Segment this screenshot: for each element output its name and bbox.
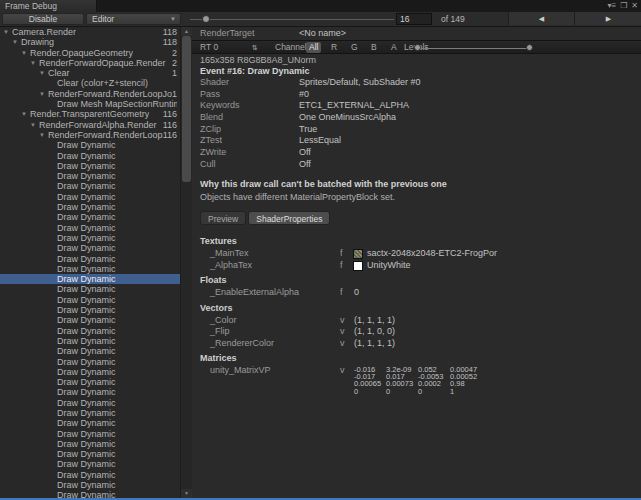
tree-item[interactable]: Draw Dynamic	[0, 398, 180, 408]
indent-spacer	[47, 295, 57, 305]
tree-item[interactable]: Draw Dynamic	[0, 470, 180, 480]
pane-menu-icon[interactable]: ▾≡	[607, 1, 616, 11]
tree-item[interactable]: Draw Dynamic	[0, 295, 180, 305]
frame-slider-handle[interactable]	[202, 15, 210, 23]
tree-item[interactable]: ▼Drawing118	[0, 37, 180, 47]
tree-item[interactable]: Draw Dynamic	[0, 480, 180, 490]
tree-item[interactable]: Draw Dynamic	[0, 357, 180, 367]
tree-item[interactable]: Draw Dynamic	[0, 408, 180, 418]
tree-item[interactable]: Draw Dynamic	[0, 161, 180, 171]
expand-arrow-icon[interactable]: ▼	[38, 89, 48, 99]
expand-arrow-icon[interactable]: ▼	[20, 48, 30, 58]
tree-item[interactable]: Draw Dynamic	[0, 151, 180, 161]
indent-spacer	[47, 408, 57, 418]
close-icon[interactable]: ✕	[631, 1, 638, 11]
tree-item[interactable]: ▼RenderForwardAlpha.Render116	[0, 120, 180, 130]
tree-item-label: Draw Dynamic	[57, 398, 116, 408]
tree-item[interactable]: Draw Dynamic	[0, 305, 180, 315]
levels-max-handle[interactable]	[526, 44, 533, 51]
window-tab[interactable]: Frame Debug	[0, 0, 97, 12]
target-dropdown[interactable]: Editor ▼	[86, 13, 181, 25]
levels-min-handle[interactable]	[414, 44, 421, 51]
scrollbar-thumb[interactable]	[182, 36, 191, 182]
channel-button-g[interactable]: G	[348, 42, 361, 53]
tree-item-label: Draw Dynamic	[57, 192, 116, 202]
tree-item[interactable]: Draw Dynamic	[0, 418, 180, 428]
property-name: _MainTex	[210, 248, 249, 260]
expand-arrow-icon[interactable]: ▼	[38, 130, 48, 140]
tree-item[interactable]: Draw Dynamic	[0, 439, 180, 449]
tree-item[interactable]: Draw Dynamic	[0, 140, 180, 150]
tab-shaderproperties[interactable]: ShaderProperties	[248, 211, 330, 225]
expand-arrow-icon[interactable]: ▼	[2, 27, 12, 37]
shader-properties: Textures_MainTexfsactx-2048x2048-ETC2-Fr…	[192, 232, 641, 395]
tree-item[interactable]: Draw Dynamic	[0, 326, 180, 336]
tree-item[interactable]: Draw Dynamic	[0, 233, 180, 243]
tab-preview[interactable]: Preview	[200, 211, 246, 225]
expand-arrow-icon[interactable]: ▼	[20, 109, 30, 119]
tree-item[interactable]: ▼Render.OpaqueGeometry2	[0, 48, 180, 58]
disable-button[interactable]: Disable	[2, 13, 84, 25]
previous-frame-button[interactable]: ◀	[508, 12, 574, 25]
expand-arrow-icon[interactable]: ▼	[29, 58, 39, 68]
tree-item-count: 2	[172, 58, 180, 68]
expand-arrow-icon[interactable]: ▼	[29, 120, 39, 130]
event-detail-list: ShaderSprites/Default, SubShader #0Pass#…	[192, 77, 641, 171]
tree-item[interactable]: ▼Clear1	[0, 68, 180, 78]
texture-thumbnail[interactable]	[353, 249, 363, 259]
tree-item[interactable]: Draw Dynamic	[0, 459, 180, 469]
scroll-down-icon[interactable]: ▼	[181, 489, 192, 498]
levels-slider-track[interactable]	[418, 48, 530, 49]
expand-arrow-icon[interactable]: ▼	[11, 37, 21, 47]
tree-item[interactable]: Clear (color+Z+stencil)	[0, 78, 180, 88]
scroll-up-icon[interactable]: ▲	[181, 27, 192, 36]
tree-item[interactable]: Draw Dynamic	[0, 367, 180, 377]
channel-button-r[interactable]: R	[328, 42, 340, 53]
property-row: _Flipv(1, 1, 0, 0)	[192, 326, 641, 338]
frame-number-input[interactable]	[396, 13, 432, 25]
tree-item[interactable]: Draw Dynamic	[0, 346, 180, 356]
tree-item[interactable]: Draw Dynamic	[0, 264, 180, 274]
tree-item-label: Draw Dynamic	[57, 243, 116, 253]
expand-arrow-icon[interactable]: ▼	[38, 68, 48, 78]
tree-item-label: Draw Dynamic	[57, 161, 116, 171]
detail-row: Pass#0	[192, 89, 641, 101]
channel-button-b[interactable]: B	[368, 42, 380, 53]
tree-item[interactable]: Draw Dynamic	[0, 192, 180, 202]
tree-item-label: Draw Dynamic	[57, 295, 116, 305]
tree-item-label: Draw Dynamic	[57, 480, 116, 490]
tree-item-count: 2	[172, 48, 180, 58]
tree-item[interactable]: ▼Camera.Render118	[0, 27, 180, 37]
maximize-icon[interactable]: ❒	[620, 1, 627, 11]
tree-item[interactable]: ▼RenderForward.RenderLoopJob116	[0, 130, 180, 140]
tree-item[interactable]: Draw Dynamic	[0, 387, 180, 397]
frame-slider-track[interactable]	[190, 19, 394, 20]
tree-item[interactable]: Draw Dynamic	[0, 429, 180, 439]
rt-updown-icon[interactable]: ⇅	[252, 41, 258, 53]
tree-item[interactable]: Draw Mesh MapSectionRuntime(Clo	[0, 99, 180, 109]
rt-selector[interactable]: RT 0	[200, 41, 218, 53]
tree-item[interactable]: Draw Dynamic	[0, 336, 180, 346]
tree-item[interactable]: ▼RenderForward.RenderLoopJob1	[0, 89, 180, 99]
property-value: UnityWhite	[367, 260, 411, 272]
tree-item[interactable]: Draw Dynamic	[0, 254, 180, 264]
next-frame-button[interactable]: ▶	[574, 12, 641, 25]
channel-button-all[interactable]: All	[306, 42, 321, 53]
indent-spacer	[47, 315, 57, 325]
tree-item[interactable]: Draw Dynamic	[0, 243, 180, 253]
tree-item[interactable]: Draw Dynamic	[0, 223, 180, 233]
tree-item[interactable]: Draw Dynamic	[0, 315, 180, 325]
tree-item[interactable]: Draw Dynamic	[0, 284, 180, 294]
tree-item[interactable]: Draw Dynamic	[0, 212, 180, 222]
tree-item[interactable]: ▼RenderForwardOpaque.Render2	[0, 58, 180, 68]
tree-item[interactable]: Draw Dynamic	[0, 181, 180, 191]
tree-item[interactable]: Draw Dynamic	[0, 171, 180, 181]
tree-item[interactable]: Draw Dynamic	[0, 377, 180, 387]
tree-item-selected[interactable]: Draw Dynamic	[0, 274, 180, 284]
tree-item[interactable]: Draw Dynamic	[0, 449, 180, 459]
indent-spacer	[47, 326, 57, 336]
color-swatch[interactable]	[353, 261, 363, 271]
tree-item[interactable]: ▼Render.TransparentGeometry116	[0, 109, 180, 119]
tree-item[interactable]: Draw Dynamic	[0, 202, 180, 212]
channel-button-a[interactable]: A	[388, 42, 400, 53]
